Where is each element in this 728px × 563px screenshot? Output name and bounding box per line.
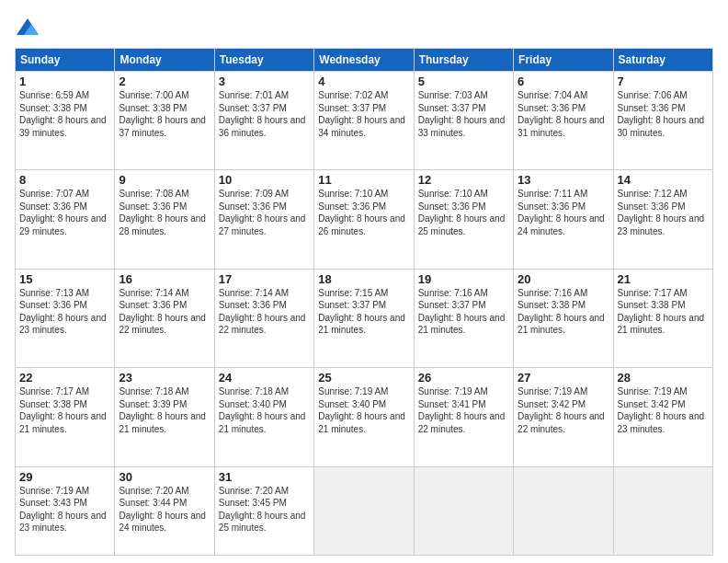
week-row-1: 1 Sunrise: 6:59 AMSunset: 3:38 PMDayligh… [16,72,713,170]
day-info: Sunrise: 7:09 AMSunset: 3:36 PMDaylight:… [219,189,306,236]
col-header-saturday: Saturday [613,49,712,72]
day-number: 29 [19,470,110,484]
day-info: Sunrise: 7:19 AMSunset: 3:42 PMDaylight:… [518,386,605,434]
day-cell: 4 Sunrise: 7:02 AMSunset: 3:37 PMDayligh… [314,72,414,170]
page: SundayMondayTuesdayWednesdayThursdayFrid… [0,0,728,563]
day-info: Sunrise: 7:14 AMSunset: 3:36 PMDaylight:… [219,288,306,336]
week-row-4: 22 Sunrise: 7:17 AMSunset: 3:38 PMDaylig… [16,368,713,466]
day-cell: 31 Sunrise: 7:20 AMSunset: 3:45 PMDaylig… [214,466,313,555]
day-cell: 10 Sunrise: 7:09 AMSunset: 3:36 PMDaylig… [214,170,313,269]
col-header-tuesday: Tuesday [214,49,313,72]
day-info: Sunrise: 7:17 AMSunset: 3:38 PMDaylight:… [618,288,705,336]
day-info: Sunrise: 7:14 AMSunset: 3:36 PMDaylight:… [119,288,206,336]
day-info: Sunrise: 7:19 AMSunset: 3:40 PMDaylight:… [318,386,405,434]
day-info: Sunrise: 7:17 AMSunset: 3:38 PMDaylight:… [19,386,107,434]
week-row-5: 29 Sunrise: 7:19 AMSunset: 3:43 PMDaylig… [16,466,713,555]
day-number: 22 [19,371,110,385]
day-info: Sunrise: 7:20 AMSunset: 3:45 PMDaylight:… [219,486,306,534]
day-cell [414,466,513,555]
day-number: 27 [518,371,609,385]
day-info: Sunrise: 7:07 AMSunset: 3:36 PMDaylight:… [19,189,107,236]
day-number: 30 [119,470,210,484]
day-number: 5 [418,75,509,88]
day-info: Sunrise: 7:19 AMSunset: 3:41 PMDaylight:… [418,386,506,434]
day-cell: 29 Sunrise: 7:19 AMSunset: 3:43 PMDaylig… [16,466,115,555]
day-cell: 12 Sunrise: 7:10 AMSunset: 3:36 PMDaylig… [414,170,513,269]
day-info: Sunrise: 7:03 AMSunset: 3:37 PMDaylight:… [418,90,506,138]
day-number: 21 [618,272,709,286]
day-info: Sunrise: 7:04 AMSunset: 3:36 PMDaylight:… [518,90,605,138]
day-number: 1 [19,75,110,88]
day-number: 9 [119,173,210,187]
day-cell: 1 Sunrise: 6:59 AMSunset: 3:38 PMDayligh… [16,72,115,170]
day-number: 14 [618,173,709,187]
day-cell: 28 Sunrise: 7:19 AMSunset: 3:42 PMDaylig… [613,368,712,466]
day-cell: 25 Sunrise: 7:19 AMSunset: 3:40 PMDaylig… [314,368,414,466]
day-number: 3 [219,75,310,88]
day-info: Sunrise: 6:59 AMSunset: 3:38 PMDaylight:… [19,90,107,138]
day-cell: 9 Sunrise: 7:08 AMSunset: 3:36 PMDayligh… [115,170,214,269]
day-info: Sunrise: 7:19 AMSunset: 3:42 PMDaylight:… [618,386,705,434]
day-cell: 30 Sunrise: 7:20 AMSunset: 3:44 PMDaylig… [115,466,214,555]
day-cell: 21 Sunrise: 7:17 AMSunset: 3:38 PMDaylig… [613,269,712,367]
day-number: 18 [318,272,409,286]
day-cell: 11 Sunrise: 7:10 AMSunset: 3:36 PMDaylig… [314,170,414,269]
day-info: Sunrise: 7:12 AMSunset: 3:36 PMDaylight:… [618,189,705,236]
day-cell: 3 Sunrise: 7:01 AMSunset: 3:37 PMDayligh… [214,72,313,170]
day-info: Sunrise: 7:18 AMSunset: 3:40 PMDaylight:… [219,386,306,434]
day-cell: 22 Sunrise: 7:17 AMSunset: 3:38 PMDaylig… [16,368,115,466]
day-number: 17 [219,272,310,286]
day-info: Sunrise: 7:19 AMSunset: 3:43 PMDaylight:… [19,486,107,534]
day-info: Sunrise: 7:00 AMSunset: 3:38 PMDaylight:… [119,90,206,138]
day-info: Sunrise: 7:02 AMSunset: 3:37 PMDaylight:… [318,90,405,138]
day-info: Sunrise: 7:11 AMSunset: 3:36 PMDaylight:… [518,189,605,236]
day-number: 31 [219,470,310,484]
day-number: 19 [418,272,509,286]
day-info: Sunrise: 7:16 AMSunset: 3:37 PMDaylight:… [418,288,506,336]
col-header-monday: Monday [115,49,214,72]
day-number: 25 [318,371,409,385]
day-cell: 23 Sunrise: 7:18 AMSunset: 3:39 PMDaylig… [115,368,214,466]
col-header-wednesday: Wednesday [314,49,414,72]
day-cell [613,466,712,555]
day-info: Sunrise: 7:18 AMSunset: 3:39 PMDaylight:… [119,386,206,434]
day-number: 11 [318,173,409,187]
day-info: Sunrise: 7:06 AMSunset: 3:36 PMDaylight:… [618,90,705,138]
day-number: 24 [219,371,310,385]
header-row: SundayMondayTuesdayWednesdayThursdayFrid… [16,49,713,72]
day-number: 26 [418,371,509,385]
day-cell: 6 Sunrise: 7:04 AMSunset: 3:36 PMDayligh… [514,72,613,170]
col-header-friday: Friday [514,49,613,72]
day-cell: 18 Sunrise: 7:15 AMSunset: 3:37 PMDaylig… [314,269,414,367]
day-cell: 14 Sunrise: 7:12 AMSunset: 3:36 PMDaylig… [613,170,712,269]
day-cell: 24 Sunrise: 7:18 AMSunset: 3:40 PMDaylig… [214,368,313,466]
day-number: 16 [119,272,210,286]
header [15,11,713,40]
day-number: 15 [19,272,110,286]
week-row-2: 8 Sunrise: 7:07 AMSunset: 3:36 PMDayligh… [16,170,713,269]
logo-icon [15,15,40,40]
day-number: 12 [418,173,509,187]
week-row-3: 15 Sunrise: 7:13 AMSunset: 3:36 PMDaylig… [16,269,713,367]
day-cell: 19 Sunrise: 7:16 AMSunset: 3:37 PMDaylig… [414,269,513,367]
day-number: 7 [618,75,709,88]
day-cell: 27 Sunrise: 7:19 AMSunset: 3:42 PMDaylig… [514,368,613,466]
day-info: Sunrise: 7:15 AMSunset: 3:37 PMDaylight:… [318,288,405,336]
day-cell [514,466,613,555]
day-cell: 15 Sunrise: 7:13 AMSunset: 3:36 PMDaylig… [16,269,115,367]
day-number: 23 [119,371,210,385]
day-cell: 20 Sunrise: 7:16 AMSunset: 3:38 PMDaylig… [514,269,613,367]
day-number: 4 [318,75,409,88]
day-cell: 26 Sunrise: 7:19 AMSunset: 3:41 PMDaylig… [414,368,513,466]
day-info: Sunrise: 7:20 AMSunset: 3:44 PMDaylight:… [119,486,206,534]
day-info: Sunrise: 7:08 AMSunset: 3:36 PMDaylight:… [119,189,206,236]
col-header-sunday: Sunday [16,49,115,72]
day-cell: 8 Sunrise: 7:07 AMSunset: 3:36 PMDayligh… [16,170,115,269]
day-cell: 17 Sunrise: 7:14 AMSunset: 3:36 PMDaylig… [214,269,313,367]
day-number: 28 [618,371,709,385]
day-info: Sunrise: 7:16 AMSunset: 3:38 PMDaylight:… [518,288,605,336]
day-cell: 7 Sunrise: 7:06 AMSunset: 3:36 PMDayligh… [613,72,712,170]
logo [15,15,42,40]
day-info: Sunrise: 7:10 AMSunset: 3:36 PMDaylight:… [318,189,405,236]
day-number: 13 [518,173,609,187]
